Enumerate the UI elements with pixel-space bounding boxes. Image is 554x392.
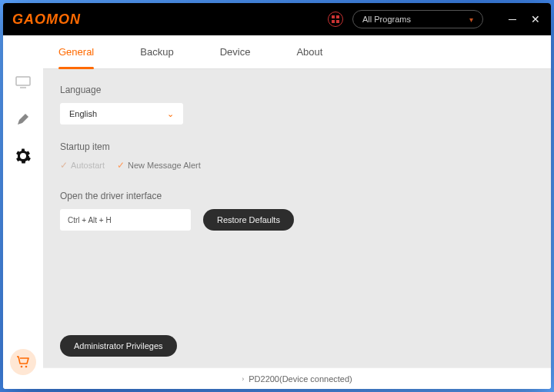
language-value: English — [69, 109, 97, 118]
language-select[interactable]: English ⌄ — [60, 103, 183, 125]
startup-label: Startup item — [60, 141, 534, 152]
hotkey-input[interactable]: Ctrl + Alt + H — [60, 209, 191, 231]
close-button[interactable]: ✕ — [529, 13, 542, 25]
status-text: PD2200(Device connected) — [249, 374, 352, 384]
check-icon: ✓ — [60, 160, 68, 171]
sessions-icon[interactable] — [328, 12, 343, 27]
tab-general[interactable]: General — [58, 42, 94, 62]
display-icon[interactable] — [15, 74, 32, 91]
minimize-button[interactable]: ─ — [506, 13, 519, 25]
tab-about[interactable]: About — [296, 42, 322, 62]
program-selector-label: All Programs — [362, 15, 411, 24]
new-message-checkbox[interactable]: ✓ New Message Alert — [117, 160, 201, 171]
svg-rect-3 — [336, 20, 339, 23]
main: General Backup Device About Language Eng… — [43, 35, 551, 389]
chevron-down-icon: ⌄ — [167, 109, 174, 119]
tab-backup[interactable]: Backup — [140, 42, 173, 62]
window-controls: ─ ✕ — [506, 13, 542, 25]
svg-rect-2 — [332, 20, 335, 23]
body: General Backup Device About Language Eng… — [3, 35, 551, 389]
admin-privileges-button[interactable]: Administrator Privileges — [60, 335, 177, 357]
startup-checks: ✓ Autostart ✓ New Message Alert — [60, 160, 534, 171]
store-button[interactable] — [10, 349, 36, 375]
svg-point-7 — [25, 366, 28, 368]
tabs: General Backup Device About — [43, 35, 551, 69]
svg-rect-0 — [332, 15, 335, 18]
pen-icon[interactable] — [15, 111, 32, 128]
chevron-down-icon: ▾ — [469, 15, 473, 24]
svg-rect-4 — [16, 77, 30, 85]
titlebar: GAOMON All Programs ▾ ─ ✕ — [3, 3, 551, 35]
check-icon: ✓ — [117, 160, 125, 171]
language-label: Language — [60, 85, 534, 95]
svg-rect-1 — [336, 15, 339, 18]
restore-defaults-button[interactable]: Restore Defaults — [203, 209, 294, 231]
autostart-checkbox[interactable]: ✓ Autostart — [60, 160, 105, 171]
brand-logo: GAOMON — [12, 12, 81, 28]
chevron-right-icon: › — [242, 375, 244, 383]
program-selector[interactable]: All Programs ▾ — [352, 10, 483, 28]
open-driver-label: Open the driver interface — [60, 191, 534, 201]
tab-device[interactable]: Device — [220, 42, 251, 62]
gear-icon[interactable] — [15, 148, 32, 164]
app-window: GAOMON All Programs ▾ ─ ✕ — [3, 3, 551, 389]
svg-point-6 — [21, 366, 23, 368]
statusbar[interactable]: › PD2200(Device connected) — [43, 367, 551, 389]
cart-icon — [16, 355, 30, 369]
sidebar — [3, 35, 43, 389]
content: Language English ⌄ Startup item ✓ Autost… — [43, 69, 551, 367]
hotkey-row: Ctrl + Alt + H Restore Defaults — [60, 209, 534, 231]
